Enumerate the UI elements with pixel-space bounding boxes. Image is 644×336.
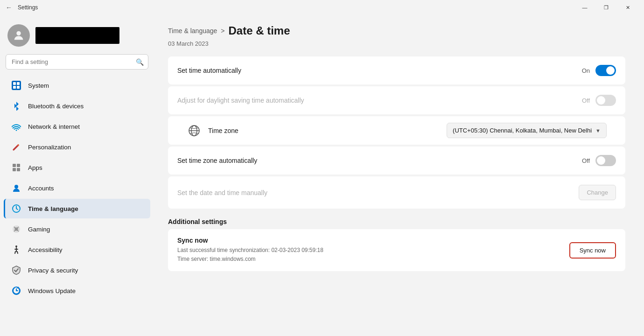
sidebar-item-label: Windows Update bbox=[28, 287, 76, 294]
gaming-icon bbox=[11, 224, 21, 234]
sidebar-item-label: Time & language bbox=[28, 205, 78, 212]
bluetooth-icon bbox=[11, 101, 21, 111]
titlebar: ← Settings — ❐ ✕ bbox=[0, 0, 644, 15]
search-input[interactable] bbox=[6, 54, 148, 70]
svg-rect-8 bbox=[17, 164, 20, 167]
timezone-value: (UTC+05:30) Chennai, Kolkata, Mumbai, Ne… bbox=[453, 127, 592, 134]
titlebar-title: Settings bbox=[15, 4, 574, 11]
svg-rect-3 bbox=[17, 82, 20, 85]
minimize-button[interactable]: — bbox=[574, 0, 595, 15]
app-container: 🔍 System Bluetooth & devices bbox=[0, 15, 644, 336]
set-timezone-auto-card: Set time zone automatically Off bbox=[168, 147, 625, 175]
svg-point-6 bbox=[16, 130, 17, 131]
page-date: 03 March 2023 bbox=[168, 40, 625, 47]
sync-now-button[interactable]: Sync now bbox=[569, 242, 616, 259]
set-timezone-auto-right: Off bbox=[582, 155, 616, 166]
close-button[interactable]: ✕ bbox=[617, 0, 638, 15]
set-timezone-auto-toggle-label: Off bbox=[582, 157, 590, 164]
sidebar-item-update[interactable]: Windows Update bbox=[4, 281, 150, 301]
sidebar-item-time[interactable]: Time & language bbox=[4, 199, 150, 218]
sidebar-item-label: Gaming bbox=[28, 226, 50, 233]
svg-rect-7 bbox=[13, 164, 16, 167]
svg-rect-9 bbox=[13, 168, 16, 171]
timezone-row: Time zone (UTC+05:30) Chennai, Kolkata, … bbox=[177, 116, 616, 145]
sidebar-item-label: Personalization bbox=[28, 144, 71, 151]
accessibility-icon bbox=[11, 245, 21, 255]
system-icon bbox=[11, 80, 21, 91]
sidebar-item-label: Bluetooth & devices bbox=[28, 103, 84, 110]
apps-icon bbox=[11, 162, 21, 173]
daylight-saving-toggle[interactable] bbox=[595, 95, 616, 106]
svg-rect-4 bbox=[13, 86, 16, 89]
personalization-icon bbox=[11, 142, 21, 152]
svg-point-15 bbox=[15, 245, 17, 247]
set-timezone-auto-row: Set time zone automatically Off bbox=[177, 147, 616, 175]
sync-last: Last successful time synchronization: 02… bbox=[177, 246, 323, 255]
change-button[interactable]: Change bbox=[579, 185, 616, 200]
timezone-icon bbox=[187, 123, 202, 138]
set-timezone-auto-toggle[interactable] bbox=[595, 155, 616, 166]
svg-rect-2 bbox=[13, 82, 16, 85]
sync-server: Time server: time.windows.com bbox=[177, 255, 323, 264]
sync-info: Sync now Last successful time synchroniz… bbox=[177, 237, 323, 264]
privacy-icon bbox=[11, 265, 21, 275]
titlebar-controls: — ❐ ✕ bbox=[574, 0, 638, 15]
manual-date-time-card: Set the date and time manually Change bbox=[168, 176, 625, 209]
sidebar-item-label: Privacy & security bbox=[28, 267, 78, 274]
svg-rect-10 bbox=[17, 168, 20, 171]
svg-point-0 bbox=[16, 31, 21, 35]
additional-settings-heading: Additional settings bbox=[168, 218, 625, 225]
page-title: Date & time bbox=[229, 24, 290, 37]
timezone-select[interactable]: (UTC+05:30) Chennai, Kolkata, Mumbai, Ne… bbox=[447, 123, 607, 138]
breadcrumb-parent[interactable]: Time & language bbox=[168, 27, 217, 35]
time-icon bbox=[11, 203, 21, 214]
daylight-saving-label: Adjust for daylight saving time automati… bbox=[177, 97, 304, 104]
sidebar-item-label: Network & internet bbox=[28, 123, 80, 130]
network-icon bbox=[11, 121, 21, 132]
sidebar-item-label: Accessibility bbox=[28, 246, 63, 253]
sidebar-item-network[interactable]: Network & internet bbox=[4, 117, 150, 136]
set-time-auto-card: Set time automatically On bbox=[168, 56, 625, 84]
sidebar-item-privacy[interactable]: Privacy & security bbox=[4, 260, 150, 280]
sidebar-item-system[interactable]: System bbox=[4, 76, 150, 95]
maximize-button[interactable]: ❐ bbox=[595, 0, 617, 15]
svg-point-11 bbox=[14, 185, 18, 189]
sidebar-item-label: Accounts bbox=[28, 185, 54, 192]
sync-card: Sync now Last successful time synchroniz… bbox=[168, 229, 625, 271]
sidebar-item-accounts[interactable]: Accounts bbox=[4, 178, 150, 198]
timezone-left: Time zone bbox=[187, 123, 238, 138]
set-time-auto-toggle[interactable] bbox=[595, 65, 616, 76]
sidebar-item-label: System bbox=[28, 82, 49, 89]
sidebar-item-personalization[interactable]: Personalization bbox=[4, 137, 150, 157]
set-timezone-auto-label: Set time zone automatically bbox=[177, 157, 257, 164]
breadcrumb-separator: > bbox=[221, 27, 224, 35]
set-time-auto-right: On bbox=[582, 65, 616, 76]
set-time-auto-toggle-label: On bbox=[582, 67, 590, 74]
timezone-chevron-icon: ▼ bbox=[595, 128, 601, 133]
breadcrumb: Time & language > Date & time bbox=[168, 24, 625, 37]
sidebar-item-bluetooth[interactable]: Bluetooth & devices bbox=[4, 96, 150, 116]
sidebar-item-apps[interactable]: Apps bbox=[4, 158, 150, 177]
svg-rect-5 bbox=[17, 86, 20, 89]
search-icon: 🔍 bbox=[136, 58, 144, 66]
update-icon bbox=[11, 286, 21, 296]
timezone-label: Time zone bbox=[208, 127, 238, 134]
timezone-card: Time zone (UTC+05:30) Chennai, Kolkata, … bbox=[168, 116, 625, 145]
daylight-saving-right: Off bbox=[582, 95, 616, 106]
daylight-saving-row: Adjust for daylight saving time automati… bbox=[177, 86, 616, 114]
back-icon[interactable]: ← bbox=[6, 4, 12, 11]
profile-section bbox=[0, 21, 154, 54]
sidebar: 🔍 System Bluetooth & devices bbox=[0, 15, 154, 336]
accounts-icon bbox=[11, 183, 21, 193]
manual-date-time-label: Set the date and time manually bbox=[177, 189, 267, 196]
set-time-auto-row: Set time automatically On bbox=[177, 56, 616, 84]
svg-rect-1 bbox=[12, 81, 21, 90]
sidebar-item-gaming[interactable]: Gaming bbox=[4, 219, 150, 239]
main-content: Time & language > Date & time 03 March 2… bbox=[154, 15, 644, 336]
sidebar-item-accessibility[interactable]: Accessibility bbox=[4, 240, 150, 259]
sync-title: Sync now bbox=[177, 237, 323, 244]
avatar bbox=[7, 24, 30, 47]
set-time-auto-label: Set time automatically bbox=[177, 67, 241, 74]
manual-date-time-row: Set the date and time manually Change bbox=[177, 176, 616, 209]
profile-name-redacted bbox=[35, 27, 119, 44]
